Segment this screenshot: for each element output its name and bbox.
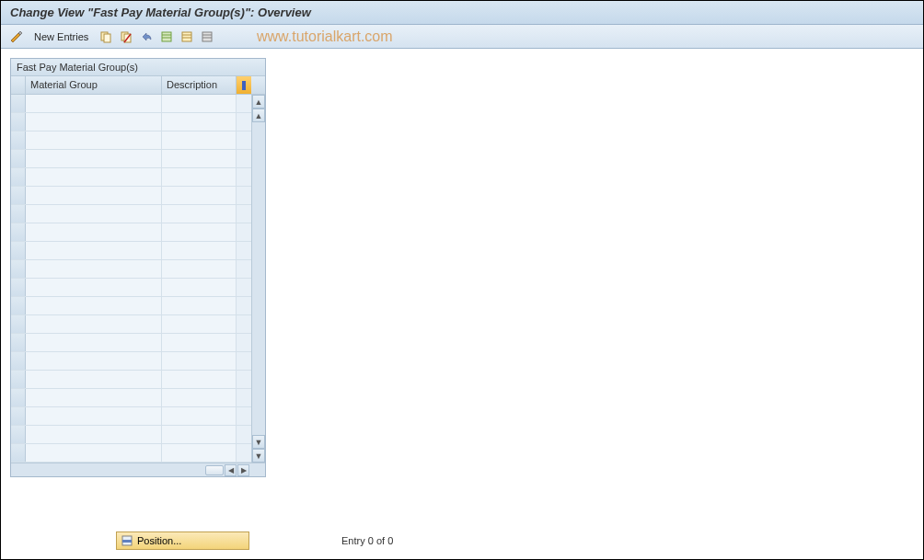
- row-selector[interactable]: [11, 334, 26, 351]
- select-all-icon[interactable]: [158, 29, 175, 45]
- cell-material[interactable]: [26, 168, 162, 186]
- cell-material[interactable]: [26, 187, 162, 204]
- entry-status: Entry 0 of 0: [341, 535, 393, 546]
- table-row: [11, 371, 251, 389]
- cell-material[interactable]: [26, 426, 162, 443]
- cell-description[interactable]: [162, 297, 237, 314]
- cell-material[interactable]: [26, 95, 162, 112]
- svg-rect-8: [182, 32, 191, 41]
- position-icon: [121, 534, 133, 547]
- scroll-down-button-2[interactable]: ▼: [252, 435, 265, 449]
- svg-rect-1: [104, 34, 110, 42]
- cell-material[interactable]: [26, 389, 162, 406]
- new-entries-button[interactable]: New Entries: [29, 31, 94, 42]
- column-header-material[interactable]: Material Group: [26, 76, 162, 94]
- cell-material[interactable]: [26, 352, 162, 370]
- undo-icon[interactable]: [138, 29, 155, 45]
- cell-description[interactable]: [162, 131, 237, 149]
- panel-title: Fast Pay Material Group(s): [11, 59, 265, 76]
- row-selector[interactable]: [11, 371, 26, 388]
- copy-icon[interactable]: [98, 29, 114, 45]
- cell-material[interactable]: [26, 242, 162, 259]
- cell-description[interactable]: [162, 371, 237, 388]
- row-selector[interactable]: [11, 205, 26, 223]
- cell-material[interactable]: [26, 444, 162, 462]
- row-selector[interactable]: [11, 150, 26, 167]
- row-selector[interactable]: [11, 444, 26, 462]
- hscroll-thumb[interactable]: [205, 465, 224, 475]
- cell-material[interactable]: [26, 260, 162, 278]
- table-body: ▲ ▲ ▼ ▼: [11, 95, 265, 463]
- row-selector[interactable]: [11, 297, 26, 314]
- row-selector[interactable]: [11, 131, 26, 149]
- row-selector[interactable]: [11, 426, 26, 443]
- hscroll-left-button[interactable]: ◀: [225, 464, 237, 476]
- cell-description[interactable]: [162, 242, 237, 259]
- position-label: Position...: [137, 535, 181, 546]
- cell-description[interactable]: [162, 223, 237, 241]
- cell-description[interactable]: [162, 444, 237, 462]
- cell-description[interactable]: [162, 279, 237, 296]
- cell-description[interactable]: [162, 426, 237, 443]
- svg-rect-17: [122, 540, 132, 543]
- cell-material[interactable]: [26, 279, 162, 296]
- cell-description[interactable]: [162, 95, 237, 112]
- cell-description[interactable]: [162, 407, 237, 425]
- cell-material[interactable]: [26, 407, 162, 425]
- vertical-scrollbar[interactable]: ▲ ▲ ▼ ▼: [251, 95, 265, 463]
- cell-material[interactable]: [26, 113, 162, 131]
- cell-description[interactable]: [162, 260, 237, 278]
- cell-description[interactable]: [162, 205, 237, 223]
- hscroll-right-button[interactable]: ▶: [237, 464, 249, 476]
- cell-description[interactable]: [162, 168, 237, 186]
- delete-icon[interactable]: [118, 29, 134, 45]
- cell-material[interactable]: [26, 131, 162, 149]
- row-selector[interactable]: [11, 352, 26, 370]
- cell-material[interactable]: [26, 371, 162, 388]
- cell-description[interactable]: [162, 389, 237, 406]
- cell-description[interactable]: [162, 150, 237, 167]
- row-selector[interactable]: [11, 187, 26, 204]
- cell-material[interactable]: [26, 205, 162, 223]
- row-selector[interactable]: [11, 260, 26, 278]
- cell-description[interactable]: [162, 187, 237, 204]
- row-selector[interactable]: [11, 315, 26, 333]
- row-selector[interactable]: [11, 389, 26, 406]
- toolbar: New Entries www.tutorialkart.com: [1, 25, 923, 49]
- column-header-description[interactable]: Description: [162, 76, 237, 94]
- row-selector[interactable]: [11, 242, 26, 259]
- cell-material[interactable]: [26, 223, 162, 241]
- svg-rect-11: [202, 32, 212, 41]
- table-row: [11, 95, 251, 113]
- row-selector[interactable]: [11, 168, 26, 186]
- row-selector-header[interactable]: [11, 76, 26, 94]
- row-selector[interactable]: [11, 407, 26, 425]
- deselect-all-icon[interactable]: [179, 29, 195, 45]
- toggle-display-change-icon[interactable]: [8, 29, 25, 45]
- horizontal-scrollbar[interactable]: ◀ ▶: [177, 463, 251, 476]
- table-row: [11, 150, 251, 168]
- table-settings-icon[interactable]: [237, 76, 251, 94]
- row-selector[interactable]: [11, 223, 26, 241]
- cell-material[interactable]: [26, 315, 162, 333]
- scroll-up-button-2[interactable]: ▲: [252, 109, 265, 122]
- print-icon[interactable]: [199, 29, 215, 45]
- table-row: [11, 352, 251, 371]
- table-row: [11, 389, 251, 407]
- row-selector[interactable]: [11, 113, 26, 131]
- row-selector[interactable]: [11, 95, 26, 112]
- table-header-row: Material Group Description: [11, 76, 265, 95]
- cell-description[interactable]: [162, 352, 237, 370]
- row-selector[interactable]: [11, 279, 26, 296]
- scroll-up-button[interactable]: ▲: [252, 95, 265, 109]
- scroll-down-button[interactable]: ▼: [252, 449, 265, 463]
- table-row: [11, 168, 251, 187]
- cell-description[interactable]: [162, 315, 237, 333]
- cell-description[interactable]: [162, 113, 237, 131]
- cell-description[interactable]: [162, 334, 237, 351]
- cell-material[interactable]: [26, 334, 162, 351]
- cell-material[interactable]: [26, 297, 162, 314]
- position-button[interactable]: Position...: [116, 531, 249, 550]
- table-row: [11, 426, 251, 444]
- cell-material[interactable]: [26, 150, 162, 167]
